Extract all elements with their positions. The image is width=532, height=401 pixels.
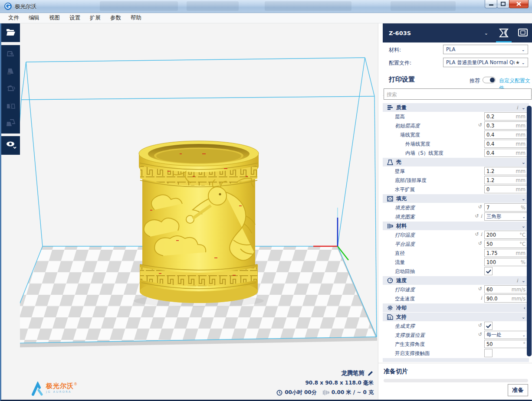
setting-value: 0.3 <box>486 123 494 129</box>
menu-item-设置[interactable]: 设置 <box>65 13 85 23</box>
setting-dropdown-支撑放置位置[interactable]: 每一处⌄ <box>484 331 528 339</box>
revert-icon[interactable]: ↺ <box>478 323 482 328</box>
prepare-tab[interactable] <box>494 23 513 42</box>
search-input[interactable]: 搜索 <box>384 88 532 100</box>
maximize-button[interactable] <box>497 0 509 8</box>
mirror-tool[interactable] <box>1 97 20 114</box>
setting-value: 200 <box>486 232 496 238</box>
section-header-冷却[interactable]: 冷却‹ <box>383 303 529 312</box>
revert-icon[interactable]: ↺ <box>478 122 482 128</box>
setting-input-初始层高度[interactable]: 0.3mm <box>484 121 528 130</box>
menu-item-编辑[interactable]: 编辑 <box>24 13 44 23</box>
setting-row-内墙（S）线宽度: 内墙（S）线宽度0.4mm <box>383 148 529 157</box>
revert-icon[interactable]: ↺ <box>478 241 482 246</box>
scrollbar-thumb[interactable] <box>527 106 532 356</box>
setting-input-外墙线宽度[interactable]: 0.4mm <box>484 140 528 148</box>
info-icon[interactable]: i <box>480 295 482 301</box>
setting-input-层高[interactable]: 0.2mm <box>484 112 528 121</box>
section-header-clipped <box>383 358 529 362</box>
setting-input-墙线宽度[interactable]: 0.4mm <box>484 130 528 139</box>
monitor-icon <box>518 28 528 38</box>
setting-unit: mm <box>516 132 525 138</box>
section-name: 材料 <box>396 222 407 230</box>
setting-dropdown-填充图案[interactable]: 三角形⌄ <box>484 212 528 221</box>
setting-checkbox-生成支撑[interactable] <box>484 322 493 330</box>
setting-checkbox-启动回抽[interactable] <box>484 267 493 275</box>
chevron-down-icon: ⌄ <box>522 160 525 165</box>
section-name: 速度 <box>396 277 407 284</box>
pencil-icon[interactable] <box>367 370 374 377</box>
info-icon[interactable]: i <box>516 278 518 284</box>
setting-input-水平扩展[interactable]: 0mm <box>484 185 528 193</box>
menu-item-参数[interactable]: 参数 <box>105 13 126 23</box>
title-bar[interactable]: 极光尔沃 <box>0 0 532 13</box>
slice-settings-icon <box>499 28 509 38</box>
setting-label: 流量 <box>395 259 405 266</box>
view-mode-button[interactable] <box>1 136 20 155</box>
setting-input-内墙（S）线宽度[interactable]: 0.4mm <box>484 149 528 157</box>
filament-icon <box>322 390 329 395</box>
rotate-tool[interactable] <box>1 80 20 97</box>
info-icon[interactable]: i <box>480 231 482 237</box>
setting-unit: mm <box>516 114 525 120</box>
revert-icon[interactable]: ↺ <box>475 231 479 237</box>
section-header-填充[interactable]: 填充⌄ <box>383 194 529 203</box>
section-header-支持[interactable]: 支持⌄ <box>383 313 529 321</box>
revert-icon[interactable]: ↺ <box>478 204 482 210</box>
section-header-质量[interactable]: 质量i⌄ <box>383 103 529 112</box>
close-button[interactable] <box>509 0 529 8</box>
section-header-速度[interactable]: 速度i⌄ <box>383 276 529 285</box>
setting-checkbox-开启支撑接触面[interactable] <box>484 349 493 357</box>
setting-input-空走速度[interactable]: 90.0mm/s <box>484 294 528 303</box>
move-tool[interactable] <box>1 45 20 62</box>
setting-value: 1.2 <box>486 177 494 183</box>
menu-item-扩展[interactable]: 扩展 <box>85 13 105 23</box>
open-file-button[interactable] <box>1 23 20 42</box>
setting-input-产生支撑角度[interactable]: 50° <box>484 340 528 348</box>
print-settings-title: 打印设置 <box>389 75 415 84</box>
setting-input-填充密度[interactable]: 7% <box>484 203 528 212</box>
material-select[interactable]: PLA ⌄ <box>443 45 528 54</box>
monitor-tab[interactable] <box>513 23 532 42</box>
setting-input-壁厚[interactable]: 1.2mm <box>484 167 528 175</box>
revert-icon[interactable]: ↺ <box>478 332 482 337</box>
setting-row-开启支撑接触面: 开启支撑接触面 <box>383 349 529 358</box>
setting-input-流量[interactable]: 100% <box>484 258 528 266</box>
prepare-button[interactable]: 准备 <box>508 384 528 396</box>
setting-input-直径[interactable]: 1.75mm <box>484 249 528 257</box>
menu-item-帮助[interactable]: 帮助 <box>126 13 146 23</box>
scale-tool[interactable] <box>1 62 20 80</box>
per-model-settings-tool[interactable] <box>1 114 20 132</box>
setting-input-打印温度[interactable]: 200°C <box>484 231 528 239</box>
profile-select[interactable]: PLA 普通质量(PLA Normal Qua ★ ⌄ <box>443 58 528 67</box>
setting-value: 7 <box>486 205 489 211</box>
section-header-壳[interactable]: 壳⌄ <box>383 158 529 166</box>
menu-item-视图[interactable]: 视图 <box>44 13 65 23</box>
setting-label: 产生支撑角度 <box>395 341 425 348</box>
setting-input-打印速度[interactable]: 60mm/s <box>484 285 528 293</box>
setting-input-平台温度[interactable]: 50°C <box>484 240 528 248</box>
section-header-材料[interactable]: 材料⌄ <box>383 222 529 230</box>
setting-unit: mm <box>516 168 525 174</box>
app-logo-icon <box>4 3 12 10</box>
setting-unit: mm <box>516 141 525 147</box>
setting-input-底部/顶部厚度[interactable]: 1.2mm <box>484 176 528 184</box>
print-time: 00小时 00分 <box>285 389 317 396</box>
menu-item-文件[interactable]: 文件 <box>3 13 24 23</box>
minimize-button[interactable] <box>485 0 497 8</box>
chevron-down-icon: ⌄ <box>522 314 525 320</box>
revert-icon[interactable]: ↺ <box>475 213 479 219</box>
revert-icon[interactable]: ↺ <box>478 286 482 292</box>
info-icon[interactable]: i <box>480 213 482 219</box>
printer-name[interactable]: Z-603S <box>389 30 411 36</box>
info-icon[interactable]: i <box>516 105 518 111</box>
recommended-toggle[interactable] <box>483 77 496 83</box>
model-dragon-pen-holder[interactable] <box>134 141 264 307</box>
setting-label: 水平扩展 <box>395 186 415 193</box>
setting-row-启动回抽: 启动回抽 <box>383 267 529 276</box>
printer-dropdown-chevron-icon[interactable]: ⌄ <box>484 30 488 36</box>
viewport-3d[interactable]: 极光尔沃® JG AURORA 龙腾笔筒 90.8 x 90.8 x 118.0… <box>20 23 378 400</box>
chevron-down-icon: ⌄ <box>522 105 525 111</box>
material-icon <box>387 223 394 229</box>
setting-value: 0 <box>486 186 489 192</box>
